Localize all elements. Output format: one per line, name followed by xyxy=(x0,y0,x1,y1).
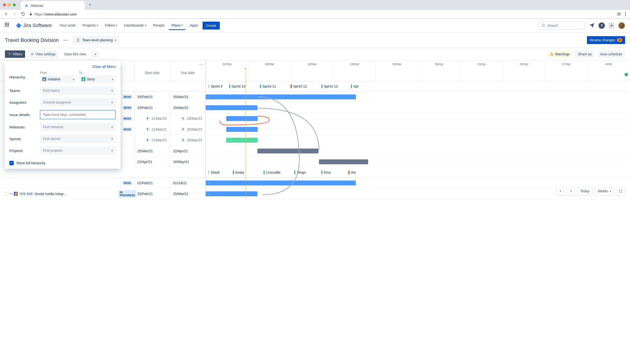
start-date-cell[interactable]: 22/Apr/21 xyxy=(134,156,170,167)
new-tab-button[interactable]: + xyxy=(86,1,94,8)
browser-menu-icon[interactable] xyxy=(625,12,626,16)
sprint-chip[interactable]: Sprint 12 xyxy=(291,84,307,88)
expand-icon[interactable]: ▾ xyxy=(10,192,12,195)
sprint-chip[interactable]: Emu xyxy=(322,170,331,174)
view-settings-button[interactable]: View settings xyxy=(28,50,58,58)
start-date-cell[interactable]: S11/Mar/21 xyxy=(134,124,170,134)
schedule-bar[interactable] xyxy=(226,138,258,143)
settings-icon[interactable] xyxy=(608,22,615,29)
plan-actions-menu[interactable] xyxy=(63,39,68,41)
sprint-chip[interactable]: Koala xyxy=(233,170,244,174)
assignees-select[interactable]: Choose assignees▾ xyxy=(40,98,116,106)
today-button[interactable]: Today xyxy=(577,187,592,195)
due-date-cell[interactable]: S25/Mar/21 xyxy=(170,135,206,145)
due-date-cell[interactable]: 01/Jul/21 xyxy=(170,178,206,188)
hierarchy-from-select[interactable]: ◧ Initiative ▾ xyxy=(40,75,76,83)
sprint-chip[interactable]: Sprint 9 xyxy=(208,84,222,88)
sprint-chip[interactable]: Wo xyxy=(348,170,356,174)
minimize-window[interactable] xyxy=(8,3,11,6)
create-button[interactable]: Create xyxy=(202,22,220,29)
sprint-chip[interactable]: Spr xyxy=(351,84,359,88)
schedule-bar[interactable]: ← xyxy=(206,94,356,99)
sprint-chip[interactable]: Sprint 13 xyxy=(322,84,338,88)
browser-tab[interactable]: Atlassian xyxy=(21,1,85,10)
due-date-cell[interactable]: S25/Mar/21 xyxy=(170,113,206,124)
schedule-bar[interactable]: ← xyxy=(206,191,258,196)
due-date-cell[interactable]: 25/Mar/21 xyxy=(170,188,206,199)
status-badge[interactable]: IN PROGRESS xyxy=(118,190,136,198)
collapse-columns-icon[interactable]: →← xyxy=(198,62,205,66)
nav-filters[interactable]: Filters▾ xyxy=(102,21,120,30)
scale-select[interactable]: Weeks▾ xyxy=(594,187,614,195)
schedule-bar[interactable] xyxy=(319,159,368,164)
column-header-start-date[interactable]: Start date xyxy=(134,60,170,81)
jira-logo[interactable]: Jira Software xyxy=(16,23,52,28)
help-icon[interactable]: ? xyxy=(598,22,605,29)
hierarchy-to-select[interactable]: ▮ Story ▾ xyxy=(79,75,116,83)
sprint-chip[interactable]: Shark xyxy=(208,170,220,174)
sprint-chip[interactable]: Dingo xyxy=(294,170,306,174)
fullscreen-button[interactable] xyxy=(616,187,625,195)
due-date-cell[interactable]: 25/Mar/21 xyxy=(170,102,206,113)
address-bar[interactable]: https://www.atlassian.com xyxy=(29,12,613,16)
search-input[interactable]: Search xyxy=(538,22,585,29)
timeline-next-button[interactable] xyxy=(567,187,575,195)
sprint-chip[interactable]: Crocodile xyxy=(264,170,280,174)
nav-people[interactable]: People xyxy=(150,21,167,30)
show-full-hierarchy-checkbox[interactable]: ✓ Show full hierarchy xyxy=(9,158,116,165)
status-badge[interactable]: RESS xyxy=(122,116,132,121)
due-date-cell[interactable]: 25/Mar/21 xyxy=(170,91,206,102)
start-date-cell[interactable]: 01/Feb/21 xyxy=(134,178,170,188)
schedule-bar[interactable]: ← xyxy=(206,181,356,185)
warnings-button[interactable]: Warnings xyxy=(547,50,573,58)
status-badge[interactable]: RESS xyxy=(122,127,132,132)
schedule-bar[interactable] xyxy=(226,127,258,132)
teams-select[interactable]: Find teams▾ xyxy=(40,86,116,95)
schedule-bar[interactable]: ← xyxy=(206,105,258,110)
start-date-cell[interactable]: 25/Feb/21 xyxy=(134,188,170,199)
maximize-window[interactable] xyxy=(13,3,16,6)
start-date-cell[interactable]: S11/Mar/21 xyxy=(134,135,170,145)
app-switcher-icon[interactable] xyxy=(5,23,11,28)
nav-apps[interactable]: Apps xyxy=(187,21,200,30)
start-date-cell[interactable]: 25/Feb/21 xyxy=(134,91,170,102)
nav-plans[interactable]: Plans▾ xyxy=(169,21,186,30)
issue-key-link[interactable]: IOS-543 xyxy=(20,192,32,196)
review-changes-button[interactable]: Review changes 2 xyxy=(587,36,625,44)
filters-button[interactable]: Filters xyxy=(5,50,25,58)
forward-button[interactable] xyxy=(12,12,17,16)
start-date-cell[interactable]: 25/Mar/21 xyxy=(134,146,170,156)
schedule-bar[interactable] xyxy=(258,149,318,153)
back-button[interactable] xyxy=(4,12,8,16)
start-date-cell[interactable]: 25/Feb/21 xyxy=(134,102,170,113)
close-window[interactable] xyxy=(3,3,6,6)
timeline-prev-button[interactable] xyxy=(556,187,565,195)
release-marker-icon[interactable] xyxy=(624,73,628,76)
releases-select[interactable]: Find releases▾ xyxy=(40,123,116,131)
user-avatar[interactable] xyxy=(618,22,625,29)
start-date-cell[interactable]: S11/Mar/21 xyxy=(134,113,170,124)
reload-button[interactable] xyxy=(21,12,25,16)
share-as-button[interactable]: Share as xyxy=(575,50,594,58)
auto-schedule-button[interactable]: Auto-schedule xyxy=(597,50,625,58)
due-date-cell[interactable]: 22/Apr/21 xyxy=(170,146,206,156)
nav-projects[interactable]: Projects▾ xyxy=(80,21,100,30)
due-date-cell[interactable]: S25/Mar/21 xyxy=(170,124,206,134)
save-view-dropdown[interactable]: ▾ xyxy=(92,51,100,57)
notifications-icon[interactable] xyxy=(589,22,595,29)
save-view-button[interactable]: Save this view xyxy=(61,50,89,58)
issue-details-input[interactable] xyxy=(40,110,116,119)
schedule-bar[interactable] xyxy=(226,116,258,121)
status-badge[interactable]: RESS xyxy=(122,105,132,110)
sprints-select[interactable]: Find sprints▾ xyxy=(40,134,116,143)
sprint-chip[interactable]: Sprint 11 xyxy=(260,84,276,88)
projects-select[interactable]: Find projects▾ xyxy=(40,146,116,155)
nav-your-work[interactable]: Your work xyxy=(57,21,78,30)
row-checkbox[interactable] xyxy=(5,192,8,196)
sprint-chip[interactable]: Sprint 10 xyxy=(229,84,245,88)
plan-view-selector[interactable]: Team-level planning ▾ xyxy=(72,36,120,44)
due-date-cell[interactable]: 16/May/21 xyxy=(170,156,206,167)
status-badge[interactable]: RESS xyxy=(122,181,132,185)
bookmark-icon[interactable] xyxy=(617,12,621,16)
status-badge[interactable]: RESS xyxy=(122,95,132,99)
